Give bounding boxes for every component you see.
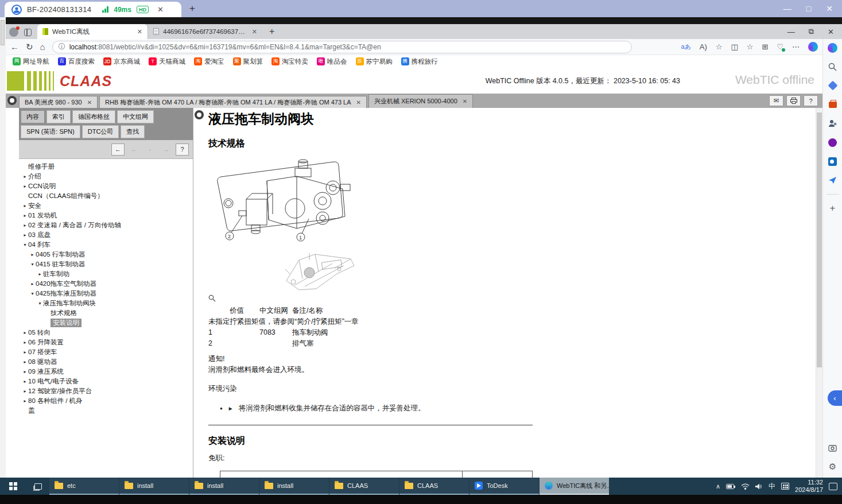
tree-item[interactable]: 盖 <box>19 406 193 416</box>
tree-item[interactable]: ▸介绍 <box>19 172 193 181</box>
keyboard-layout-icon[interactable] <box>781 483 789 490</box>
sidebar-search-icon[interactable] <box>828 61 838 72</box>
favorite-star-icon[interactable]: ☆ <box>716 42 723 51</box>
tree-item[interactable]: ▸12 驾驶室/操作员平台 <box>19 386 193 396</box>
help-button[interactable]: ? <box>804 95 818 106</box>
taskbar-item-todesk[interactable]: ToDesk <box>469 478 539 495</box>
tree-item[interactable]: CCN（CLAAS组件编号） <box>19 191 193 201</box>
taskbar-item-webtic-edge[interactable]: WebTIC离线 和另… <box>540 478 609 495</box>
new-tab-button[interactable]: + <box>269 26 274 37</box>
browser-close-button[interactable]: ✕ <box>828 28 834 36</box>
content-panel-toggle-icon[interactable] <box>195 110 204 119</box>
tab-close-icon[interactable]: ✕ <box>137 28 142 36</box>
tab-contents[interactable]: 内容 <box>21 110 45 123</box>
bookmark-item[interactable]: 聚聚划算 <box>233 57 263 66</box>
bookmark-item[interactable]: 网网址导航 <box>13 57 49 66</box>
wifi-icon[interactable] <box>741 483 750 490</box>
browser-essentials-icon[interactable]: ♡ <box>777 42 783 51</box>
tab-spn[interactable]: SPN (英语: SPN) <box>21 125 80 138</box>
start-button[interactable] <box>0 478 26 495</box>
ime-indicator[interactable]: 中 <box>769 482 775 491</box>
more-menu-icon[interactable]: ⋯ <box>792 42 800 51</box>
tree-item[interactable]: ▸0405 行车制动器 <box>19 250 193 259</box>
bookmark-item[interactable]: 唯唯品会 <box>317 57 347 66</box>
task-view-button[interactable] <box>26 478 49 495</box>
tree-item[interactable]: ▸80 各种组件 / 机身 <box>19 396 193 406</box>
bookmark-item[interactable]: 苏苏宁易购 <box>356 57 393 66</box>
doc-tab-close-icon[interactable]: ✕ <box>463 98 467 104</box>
collections-icon[interactable]: ⊞ <box>762 42 768 51</box>
tree-item[interactable]: ▸03 底盘 <box>19 230 193 240</box>
tree-item[interactable]: ▸01 发动机 <box>19 211 193 220</box>
tools-icon[interactable] <box>828 99 838 110</box>
content-scrollbar[interactable] <box>816 108 822 478</box>
tree-item[interactable]: ▾04 刹车 <box>19 240 193 250</box>
tab-german-terms[interactable]: 德国布格丝 <box>72 110 115 123</box>
shopping-icon[interactable] <box>828 80 838 91</box>
sidebar-collapse-button[interactable]: ‹ <box>828 390 842 406</box>
site-info-icon[interactable]: ⓘ <box>59 42 65 52</box>
todesk-new-session-button[interactable]: + <box>189 3 195 14</box>
read-aloud-icon[interactable]: A) <box>700 42 707 51</box>
tree-item[interactable]: ▸08 驱动器 <box>19 357 193 367</box>
tree-item[interactable]: ▸安全 <box>19 201 193 211</box>
action-center-icon[interactable] <box>829 483 837 490</box>
tree-item[interactable]: ▾0415 驻车制动器 <box>19 259 193 269</box>
m365-icon[interactable] <box>828 137 838 148</box>
tab-index[interactable]: 索引 <box>46 110 71 123</box>
tree-item[interactable]: ▸09 液压系统 <box>19 367 193 377</box>
address-bar[interactable]: ⓘ localhost:8081/webtic/#v&di=1025&dv=6&… <box>52 41 632 53</box>
taskbar-item-install-2[interactable]: install <box>189 478 259 495</box>
nav-help-button[interactable]: ? <box>176 144 189 156</box>
tree-item[interactable]: ▸02 变速箱 / 离合器 / 万向传动轴 <box>19 220 193 230</box>
tree-item[interactable]: 维修手册 <box>19 162 193 172</box>
people-icon[interactable] <box>828 118 838 129</box>
taskbar-item-install-1[interactable]: install <box>119 478 189 495</box>
bookmark-item[interactable]: 淘爱淘宝 <box>194 57 224 66</box>
tree-item[interactable]: ▸07 搭便车 <box>19 347 193 357</box>
doc-tab-jaguar[interactable]: BA 美洲虎 980 - 930✕ <box>19 96 98 108</box>
browser-tab-hex[interactable]: 446961676e6f737469637320726 ✕ <box>148 24 262 39</box>
todesk-close-button[interactable]: ✕ <box>826 4 833 13</box>
doc-tab-rhb[interactable]: RHB 梅赛德斯-奔驰 OM 470 LA / 梅赛德斯-奔驰 OM 471 L… <box>99 96 367 108</box>
back-icon[interactable]: ← <box>10 42 19 52</box>
split-screen-icon[interactable]: ◫ <box>731 42 738 51</box>
doc-tab-xerion[interactable]: 兴业机械 XERION 5000-4000✕ <box>368 94 473 108</box>
tree-item[interactable]: ▾0425拖车液压制动器 <box>19 289 193 298</box>
refresh-icon[interactable]: ↻ <box>26 42 33 52</box>
drop-icon[interactable] <box>828 175 838 185</box>
bookmark-item[interactable]: 淘淘宝特卖 <box>271 57 308 66</box>
taskbar-item-claas-2[interactable]: CLAAS <box>399 478 469 495</box>
tree-item-selected[interactable]: 安装说明 <box>19 318 193 328</box>
home-icon[interactable]: ⌂ <box>40 42 45 52</box>
todesk-minimize-button[interactable]: — <box>783 4 791 13</box>
customize-sidebar-icon[interactable]: + <box>828 203 838 214</box>
tree-item[interactable]: ▸驻车制动 <box>19 269 193 279</box>
tree-item[interactable]: ▸0420拖车空气制动器 <box>19 279 193 289</box>
volume-icon[interactable] <box>755 483 763 490</box>
tree-item[interactable]: 技术规格 <box>19 308 193 318</box>
bookmark-item[interactable]: T天猫商城 <box>149 57 185 66</box>
browser-restore-button[interactable]: ⧉ <box>809 27 814 36</box>
screenshot-icon[interactable] <box>828 443 838 453</box>
copilot-icon[interactable] <box>808 42 818 52</box>
favorites-bar-icon[interactable]: ☆ <box>747 42 754 51</box>
tray-clock[interactable]: 11:322024/8/17 <box>795 479 823 494</box>
battery-icon[interactable] <box>726 483 735 490</box>
tab-chinese-net[interactable]: 中文组网 <box>117 110 154 123</box>
tab-close-icon[interactable]: ✕ <box>252 28 257 36</box>
tree-item[interactable]: ▸05 转向 <box>19 328 193 338</box>
nav-next-button[interactable]: → <box>160 144 173 156</box>
bookmark-item[interactable]: JD京东商城 <box>103 57 140 66</box>
sidebar-settings-icon[interactable]: ⚙ <box>828 462 838 472</box>
mail-button[interactable]: ✉ <box>769 95 783 106</box>
bookmark-item[interactable]: 携携程旅行 <box>401 57 438 66</box>
tree-item[interactable]: ▸06 升降装置 <box>19 338 193 347</box>
tree-item[interactable]: ▸10 电气/电子设备 <box>19 377 193 386</box>
tab-dtc[interactable]: DTC公司 <box>82 125 119 138</box>
taskbar-item-etc[interactable]: etc <box>49 478 119 495</box>
copilot-sidebar-icon[interactable] <box>828 43 837 53</box>
doc-tab-close-icon[interactable]: ✕ <box>356 99 361 106</box>
todesk-maximize-button[interactable]: □ <box>806 4 811 13</box>
tab-actions-icon[interactable] <box>24 29 32 36</box>
